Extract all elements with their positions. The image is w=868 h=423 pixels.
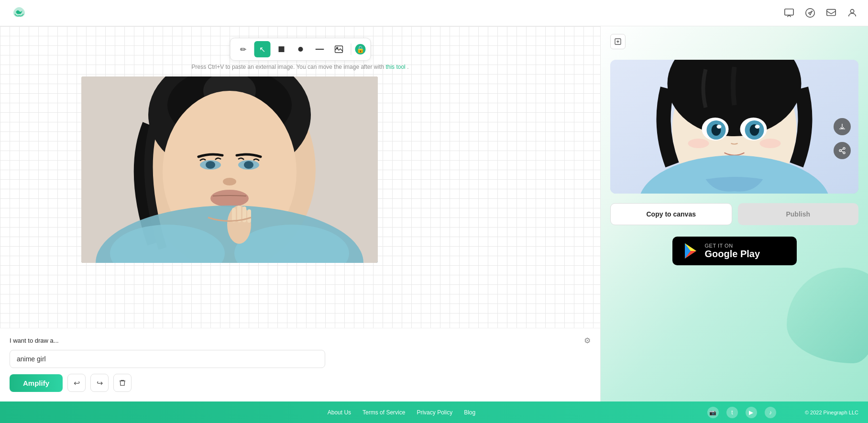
svg-rect-0 [785, 9, 793, 15]
svg-point-20 [210, 190, 249, 207]
footer-social: 📷 t ▶ ♪ [707, 407, 776, 418]
amplify-button[interactable]: Amplify [10, 374, 63, 392]
prompt-label: I want to draw a... [10, 337, 59, 344]
svg-rect-28 [247, 209, 251, 223]
clear-button[interactable] [113, 374, 132, 392]
google-play-icon [682, 242, 699, 260]
settings-icon[interactable]: ⚙ [584, 336, 591, 345]
message-icon[interactable] [825, 7, 837, 19]
svg-point-40 [755, 125, 760, 129]
header-icons [783, 7, 858, 19]
svg-point-46 [843, 152, 845, 154]
svg-point-19 [223, 178, 236, 185]
footer-about[interactable]: About Us [328, 409, 351, 416]
svg-point-45 [839, 150, 841, 152]
youtube-icon[interactable]: ▶ [746, 407, 757, 418]
publish-button[interactable]: Publish [738, 203, 859, 225]
redo-button[interactable]: ↪ [90, 374, 109, 392]
download-button[interactable] [834, 118, 851, 135]
hint-link[interactable]: this tool [385, 64, 405, 70]
prompt-label-row: I want to draw a... ⚙ [10, 336, 591, 345]
google-play-banner[interactable]: GET IT ON Google Play [672, 237, 797, 265]
lock-tool[interactable]: 🔒 [355, 44, 365, 54]
svg-point-1 [806, 9, 814, 17]
bottom-panel: I want to draw a... ⚙ Amplify ↩ ↪ [0, 328, 600, 401]
tiktok-icon[interactable]: ♪ [765, 407, 776, 418]
header [0, 0, 868, 26]
footer-copyright: © 2022 Pinegraph LLC [805, 410, 858, 415]
footer-blog[interactable]: Blog [464, 409, 475, 416]
svg-rect-2 [827, 10, 835, 16]
svg-point-3 [850, 10, 854, 13]
copy-to-canvas-button[interactable]: Copy to canvas [610, 203, 732, 225]
canvas-toolbar: ✏ ↖ 🔒 [230, 38, 371, 61]
canvas-area[interactable]: ✏ ↖ 🔒 Press Ctrl+V to pa [0, 26, 600, 401]
svg-point-17 [206, 161, 215, 169]
square-tool[interactable] [273, 41, 289, 57]
line-tool[interactable] [311, 41, 328, 57]
dot-tool[interactable] [292, 41, 308, 57]
svg-point-42 [760, 139, 781, 148]
prompt-input[interactable] [10, 350, 325, 368]
tumblr-icon[interactable]: t [726, 407, 738, 418]
svg-point-18 [244, 161, 253, 169]
svg-point-41 [688, 139, 709, 148]
svg-rect-6 [315, 49, 324, 50]
svg-rect-4 [278, 46, 284, 52]
footer-links: About Us Terms of Service Privacy Policy… [96, 409, 707, 416]
select-tool[interactable]: ↖ [254, 41, 270, 57]
share-button[interactable] [834, 142, 851, 159]
svg-point-5 [298, 47, 303, 52]
canvas-image [81, 76, 378, 263]
right-panel-content: Copy to canvas Publish GET IT ON Google … [601, 26, 868, 401]
compass-icon[interactable] [804, 7, 816, 19]
anime-preview [610, 60, 858, 194]
pencil-tool[interactable]: ✏ [235, 41, 251, 57]
canvas-hint: Press Ctrl+V to paste an external image.… [192, 64, 409, 70]
undo-button[interactable]: ↩ [67, 374, 86, 392]
toolbar-separator [351, 43, 351, 55]
logo [10, 3, 29, 22]
action-row: Amplify ↩ ↪ [10, 374, 591, 392]
main-area: ✏ ↖ 🔒 Press Ctrl+V to pa [0, 26, 868, 401]
footer-privacy[interactable]: Privacy Policy [417, 409, 452, 416]
footer-terms[interactable]: Terms of Service [363, 409, 405, 416]
canvas-image-inner [81, 76, 378, 263]
svg-point-44 [843, 147, 845, 149]
result-actions: Copy to canvas Publish [610, 203, 858, 225]
instagram-icon[interactable]: 📷 [707, 407, 719, 418]
right-panel: Copy to canvas Publish GET IT ON Google … [600, 26, 868, 401]
footer: About Us Terms of Service Privacy Policy… [0, 401, 868, 423]
google-play-text: GET IT ON Google Play [705, 243, 760, 260]
chat-icon[interactable] [783, 7, 795, 19]
svg-point-39 [717, 125, 722, 129]
minimize-button[interactable] [610, 34, 626, 49]
image-tool[interactable] [330, 41, 347, 57]
user-icon[interactable] [846, 7, 858, 19]
